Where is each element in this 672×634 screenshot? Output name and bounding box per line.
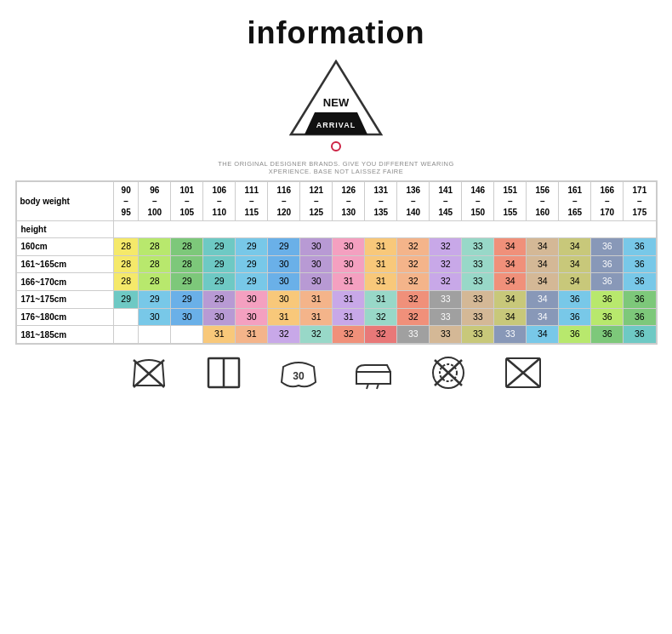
- bw-label: body weight: [16, 182, 114, 221]
- table-row-171-175: 171~175cm 29 29 29 29 30 30 31 31 31 32 …: [16, 290, 656, 308]
- row-label-160: 160cm: [16, 238, 114, 256]
- height-label: height: [16, 221, 114, 238]
- col-90-95: 90–95: [114, 182, 139, 221]
- col-126-130: 126–130: [333, 182, 365, 221]
- table-row-181-185: 181~185cm 31 31 32 32 32 32 33 33 33 33 …: [16, 326, 656, 344]
- svg-text:ARRIVAL: ARRIVAL: [316, 121, 356, 129]
- row-label-166: 166~170cm: [16, 273, 114, 291]
- row-label-161: 161~165cm: [16, 255, 114, 273]
- svg-text:30: 30: [293, 370, 305, 382]
- row-label-181: 181~185cm: [16, 326, 114, 344]
- col-171-175: 171–175: [624, 182, 656, 221]
- col-106-110: 106–110: [203, 182, 236, 221]
- size-table: body weight 90–95 96–100 101–105 106–110…: [16, 181, 657, 344]
- no-wash-icon: [128, 355, 169, 394]
- page-container: information NEW ARRIVAL THE ORIGINAL DES…: [0, 0, 672, 634]
- tagline: THE ORIGINAL DESIGNER BRANDS. GIVE YOU D…: [218, 160, 453, 175]
- wash-30-icon: 30: [278, 355, 319, 394]
- table-header-height: height: [16, 221, 656, 238]
- care-icons-row: 30: [128, 355, 544, 394]
- triangle-logo: NEW ARRIVAL: [289, 60, 383, 136]
- col-136-140: 136–140: [397, 182, 430, 221]
- no-tumble-icon: [428, 355, 469, 394]
- table-header-bw: body weight 90–95 96–100 101–105 106–110…: [16, 182, 656, 221]
- col-166-170: 166–170: [591, 182, 624, 221]
- col-116-120: 116–120: [268, 182, 300, 221]
- col-121-125: 121–125: [300, 182, 333, 221]
- dry-clean-icon: [203, 355, 244, 394]
- col-161-165: 161–165: [559, 182, 591, 221]
- row-label-176: 176~180cm: [16, 308, 114, 326]
- page-title: information: [248, 15, 425, 51]
- table-row-160: 160cm 28 28 28 29 29 29 30 30 31 32 32 3…: [16, 238, 656, 256]
- col-131-135: 131–135: [365, 182, 397, 221]
- no-bleach-icon: [503, 355, 544, 394]
- col-151-155: 151–155: [494, 182, 527, 221]
- circle-dot: [331, 141, 341, 151]
- col-156-160: 156–160: [527, 182, 559, 221]
- size-table-wrapper: body weight 90–95 96–100 101–105 106–110…: [15, 180, 658, 345]
- row-label-171: 171~175cm: [16, 290, 114, 308]
- iron-icon: [353, 355, 394, 394]
- logo-area: NEW ARRIVAL: [289, 60, 383, 155]
- svg-text:NEW: NEW: [323, 96, 350, 109]
- col-111-115: 111–115: [236, 182, 268, 221]
- table-row-161-165: 161~165cm 28 28 28 29 29 30 30 30 31 32 …: [16, 255, 656, 273]
- table-row-166-170: 166~170cm 28 28 29 29 29 30 30 31 31 32 …: [16, 273, 656, 291]
- col-96-100: 96–100: [139, 182, 171, 221]
- col-101-105: 101–105: [171, 182, 203, 221]
- table-row-176-180: 176~180cm 30 30 30 30 31 31 31 32 32 33 …: [16, 308, 656, 326]
- col-146-150: 146–150: [462, 182, 494, 221]
- col-141-145: 141–145: [430, 182, 462, 221]
